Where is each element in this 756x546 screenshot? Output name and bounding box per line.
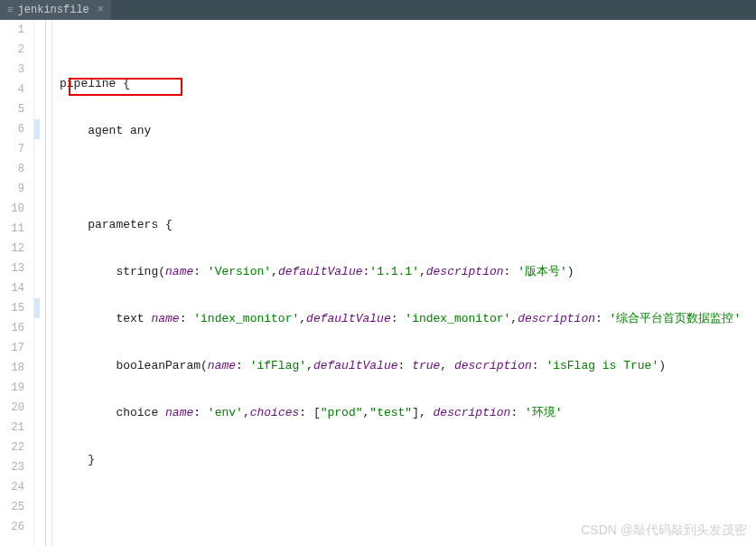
- line-number: 25: [0, 497, 24, 517]
- code-line: string(name: 'Version',defaultValue:'1.1…: [60, 262, 756, 282]
- line-number: 22: [0, 438, 24, 457]
- line-number: 10: [0, 199, 24, 219]
- line-number: 4: [0, 80, 24, 99]
- line-number: 18: [0, 358, 24, 378]
- close-icon[interactable]: ×: [94, 4, 104, 16]
- code-line: booleanParam(name: 'ifFlag',defaultValue…: [60, 356, 756, 376]
- code-line: }: [60, 450, 756, 470]
- line-number: 2: [0, 40, 24, 60]
- line-number: 17: [0, 338, 24, 358]
- tab-filename: jenkinsfile: [18, 4, 89, 16]
- line-number: 15: [0, 298, 24, 318]
- line-number: 12: [0, 239, 24, 259]
- line-number: 11: [0, 219, 24, 239]
- line-number: 20: [0, 398, 24, 418]
- line-number: 14: [0, 278, 24, 298]
- file-icon: ≡: [7, 5, 14, 15]
- line-number: 5: [0, 99, 24, 119]
- line-number: 24: [0, 477, 24, 497]
- line-number: 26: [0, 517, 24, 537]
- line-number: 21: [0, 418, 24, 438]
- code-line: [60, 497, 756, 517]
- line-number: 9: [0, 179, 24, 199]
- code-line: agent any: [60, 121, 756, 141]
- line-number: 23: [0, 457, 24, 477]
- code-line: text name: 'index_monitor',defaultValue:…: [60, 309, 756, 329]
- line-number: 7: [0, 139, 24, 159]
- code-line: parameters {: [60, 215, 756, 235]
- code-line: choice name: 'env',choices: ["prod","tes…: [60, 403, 756, 423]
- code-area[interactable]: pipeline { agent any parameters { string…: [52, 20, 756, 546]
- code-line: [60, 168, 756, 188]
- line-number: 1: [0, 20, 24, 40]
- line-number: 16: [0, 318, 24, 338]
- line-number: 6: [0, 119, 24, 139]
- highlight-annotation: [69, 78, 182, 96]
- line-number: 8: [0, 159, 24, 179]
- line-number: 19: [0, 378, 24, 398]
- line-number: 3: [0, 60, 24, 80]
- file-tab-jenkinsfile[interactable]: ≡ jenkinsfile ×: [0, 0, 111, 20]
- fold-column: [40, 20, 52, 546]
- tab-bar: ≡ jenkinsfile ×: [0, 0, 756, 20]
- code-editor[interactable]: 1 2 3 4 5 6 7 8 9 10 11 12 13 14 15 16 1…: [0, 20, 756, 546]
- line-number-gutter: 1 2 3 4 5 6 7 8 9 10 11 12 13 14 15 16 1…: [0, 20, 34, 546]
- line-number: 13: [0, 259, 24, 278]
